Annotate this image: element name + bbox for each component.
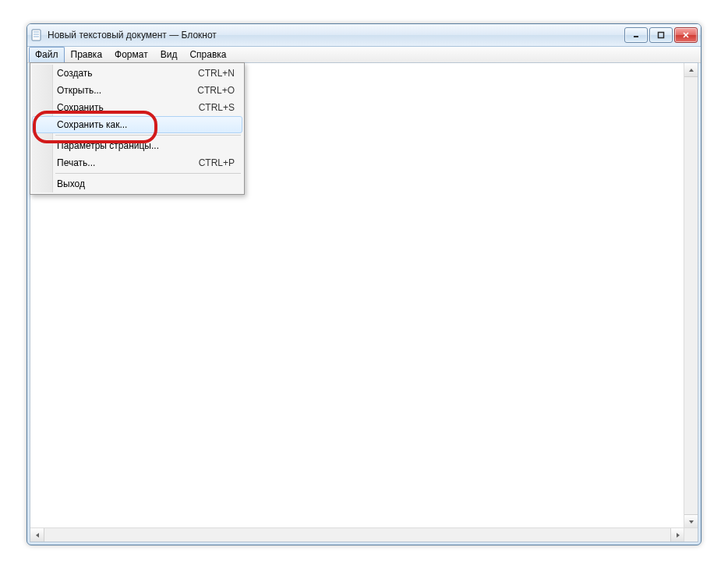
menu-item-shortcut: CTRL+S bbox=[199, 102, 235, 113]
menu-item-open[interactable]: Открыть... CTRL+O bbox=[32, 82, 242, 99]
vertical-scrollbar[interactable] bbox=[684, 63, 698, 528]
close-button[interactable] bbox=[674, 27, 698, 43]
menu-item-print[interactable]: Печать... CTRL+P bbox=[32, 154, 242, 171]
scroll-down-icon[interactable] bbox=[684, 514, 698, 528]
menu-separator bbox=[55, 135, 241, 136]
maximize-button[interactable] bbox=[649, 27, 673, 43]
titlebar[interactable]: Новый текстовый документ — Блокнот bbox=[27, 24, 701, 47]
menu-item-label: Создать bbox=[57, 68, 198, 79]
menu-item-shortcut: CTRL+N bbox=[198, 68, 235, 79]
menu-item-label: Параметры страницы... bbox=[57, 140, 235, 151]
menu-edit-label: Правка bbox=[71, 49, 103, 60]
menu-item-label: Печать... bbox=[57, 157, 199, 168]
window-controls bbox=[624, 27, 698, 43]
menu-item-save[interactable]: Сохранить CTRL+S bbox=[32, 99, 242, 116]
svg-rect-0 bbox=[32, 30, 41, 41]
menu-item-label: Открыть... bbox=[57, 85, 197, 96]
menu-item-shortcut: CTRL+O bbox=[197, 85, 235, 96]
menu-item-exit[interactable]: Выход bbox=[32, 175, 242, 192]
menu-separator bbox=[55, 173, 241, 174]
svg-rect-5 bbox=[659, 33, 664, 38]
svg-marker-10 bbox=[36, 533, 39, 538]
menu-file-label: Файл bbox=[35, 49, 58, 60]
menu-item-page-setup[interactable]: Параметры страницы... bbox=[32, 137, 242, 154]
menu-help[interactable]: Справка bbox=[183, 47, 232, 62]
menu-help-label: Справка bbox=[189, 49, 226, 60]
menu-item-new[interactable]: Создать CTRL+N bbox=[32, 65, 242, 82]
menubar: Файл Правка Формат Вид Справка bbox=[27, 47, 701, 63]
notepad-icon bbox=[30, 29, 43, 41]
horizontal-scrollbar[interactable] bbox=[30, 527, 684, 541]
menu-view[interactable]: Вид bbox=[154, 47, 184, 62]
menu-format[interactable]: Формат bbox=[108, 47, 154, 62]
menu-item-label: Выход bbox=[57, 178, 235, 189]
svg-marker-11 bbox=[677, 533, 680, 538]
menu-file[interactable]: Файл bbox=[29, 47, 65, 62]
scroll-left-icon[interactable] bbox=[30, 528, 44, 541]
minimize-button[interactable] bbox=[624, 27, 648, 43]
size-grip[interactable] bbox=[684, 527, 698, 541]
menu-item-save-as[interactable]: Сохранить как... bbox=[32, 116, 242, 133]
menu-edit[interactable]: Правка bbox=[65, 47, 109, 62]
menu-view-label: Вид bbox=[161, 49, 178, 60]
menu-format-label: Формат bbox=[115, 49, 148, 60]
menu-item-label: Сохранить как... bbox=[57, 119, 235, 130]
file-menu-dropdown: Создать CTRL+N Открыть... CTRL+O Сохрани… bbox=[30, 62, 245, 195]
svg-marker-9 bbox=[689, 520, 694, 524]
svg-marker-8 bbox=[689, 69, 694, 72]
menu-item-label: Сохранить bbox=[57, 102, 199, 113]
menu-item-shortcut: CTRL+P bbox=[199, 157, 235, 168]
window-title: Новый текстовый документ — Блокнот bbox=[48, 30, 624, 41]
scroll-up-icon[interactable] bbox=[684, 63, 698, 77]
scroll-right-icon[interactable] bbox=[670, 528, 684, 541]
